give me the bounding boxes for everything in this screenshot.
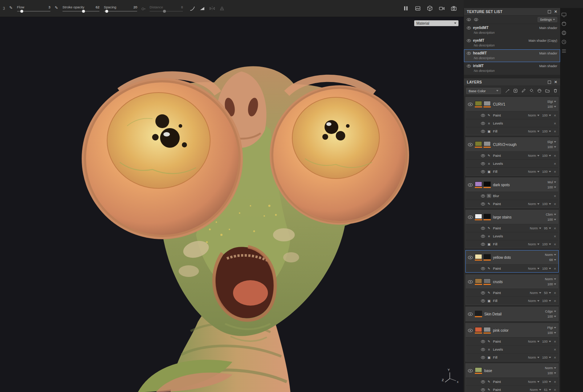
layer-effect-row[interactable]: ✎ Paint Norm 50 × xyxy=(466,289,558,297)
video-camera-icon[interactable] xyxy=(439,5,445,12)
layer-effect-row[interactable]: ✎ Paint Norm 61 × xyxy=(466,385,558,392)
blend-mode-dropdown[interactable]: Cbrn xyxy=(546,213,556,216)
visibility-icon[interactable] xyxy=(468,103,473,106)
layer-effect-row[interactable]: ✎ Paint Norm 95 × xyxy=(466,224,558,232)
effect-opacity-dropdown[interactable]: 100 xyxy=(542,202,551,206)
layer-row[interactable]: base Norm 100 xyxy=(466,364,558,377)
pause-icon[interactable] xyxy=(403,5,409,12)
layer-mask-thumbnail[interactable] xyxy=(484,278,491,285)
visibility-icon[interactable] xyxy=(481,267,485,270)
layer-effect-row[interactable]: ✎ Paint Norm 100 × xyxy=(466,264,558,272)
layer-effect-row[interactable]: ✎ Paint Norm 100 × xyxy=(466,111,558,119)
opacity-dropdown[interactable]: 100 xyxy=(547,315,556,318)
slider-track[interactable] xyxy=(62,11,99,12)
layer-row[interactable]: pink color Plgt 100 xyxy=(466,323,558,337)
close-icon[interactable]: × xyxy=(554,80,557,84)
pen-icon[interactable] xyxy=(521,88,526,93)
remove-effect-button[interactable]: × xyxy=(554,226,556,230)
layer-effect-row[interactable]: ✎ Paint Norm 100 × xyxy=(466,200,558,208)
opacity-dropdown[interactable]: 68 xyxy=(549,258,556,262)
texture-set-item[interactable]: irisMT Main shader No description xyxy=(464,62,560,75)
texture-set-item[interactable]: eyeMT Main shader (Copy) No description xyxy=(464,37,560,49)
layer-row[interactable]: dark spots Mul 100 xyxy=(466,178,558,192)
visibility-icon[interactable] xyxy=(468,329,473,332)
visibility-icon[interactable] xyxy=(481,122,485,125)
effect-opacity-dropdown[interactable]: 100 xyxy=(542,356,551,359)
visibility-icon[interactable] xyxy=(481,170,485,173)
remove-effect-button[interactable]: × xyxy=(554,122,556,125)
pen-icon[interactable]: ✎ xyxy=(9,5,13,10)
opacity-dropdown[interactable]: 100 xyxy=(547,185,556,189)
effect-opacity-dropdown[interactable]: 100 xyxy=(542,154,551,158)
falloff-curve-icon[interactable] xyxy=(189,5,196,12)
layer-content-thumbnail[interactable] xyxy=(475,278,482,285)
stamp-icon[interactable] xyxy=(513,88,518,93)
remove-effect-button[interactable]: × xyxy=(554,202,556,206)
effect-opacity-dropdown[interactable]: 100 xyxy=(542,130,551,133)
effect-opacity-dropdown[interactable]: 61 xyxy=(544,388,551,392)
axis-gizmo[interactable]: Y Z x xyxy=(441,369,458,385)
visibility-icon[interactable] xyxy=(468,313,473,316)
remove-effect-button[interactable]: × xyxy=(554,348,556,351)
effect-opacity-dropdown[interactable]: 100 xyxy=(542,267,551,270)
remove-effect-button[interactable]: × xyxy=(554,162,556,166)
viewport-3d[interactable]: Material Y Z x xyxy=(0,17,464,392)
effect-blend-dropdown[interactable]: Norm xyxy=(528,242,539,246)
shader-ball-icon[interactable] xyxy=(561,21,567,27)
texture-set-item[interactable]: headMT Main shader No description xyxy=(464,49,560,62)
visibility-icon[interactable] xyxy=(468,369,473,372)
layer-effect-row[interactable]: ✎ Paint Norm 100 × xyxy=(466,377,558,385)
float-panel-icon[interactable] xyxy=(548,81,551,84)
effect-opacity-dropdown[interactable]: 95 xyxy=(544,226,551,230)
texture-set-item[interactable]: eyelidMT Main shader No description xyxy=(464,24,560,37)
effect-opacity-dropdown[interactable]: 100 xyxy=(542,380,551,384)
visibility-icon[interactable] xyxy=(468,280,473,283)
layer-effect-row[interactable]: ≡ Levels × xyxy=(466,345,558,353)
visibility-icon[interactable] xyxy=(467,26,471,29)
layer-content-thumbnail[interactable] xyxy=(475,141,482,148)
opacity-dropdown[interactable]: 100 xyxy=(547,331,556,335)
visibility-icon[interactable] xyxy=(481,114,485,117)
visibility-icon[interactable] xyxy=(481,203,485,205)
layer-mask-thumbnail[interactable] xyxy=(484,327,491,334)
remove-effect-button[interactable]: × xyxy=(554,130,556,133)
slider-handle[interactable] xyxy=(105,10,108,13)
brush-slider-control[interactable]: Stroke opacity 62 xyxy=(62,5,99,12)
layer-mask-thumbnail[interactable] xyxy=(484,101,491,107)
layer-content-thumbnail[interactable] xyxy=(475,181,482,188)
layer-effect-row[interactable]: S Blur × xyxy=(466,192,558,200)
visibility-icon[interactable] xyxy=(481,340,485,343)
visibility-icon[interactable] xyxy=(468,216,473,219)
remove-effect-button[interactable]: × xyxy=(554,154,556,158)
layer-row[interactable]: yellow dots Norm 68 xyxy=(466,250,558,264)
folder-icon[interactable] xyxy=(545,88,550,93)
brush-slider-control[interactable]: Spacing 20 xyxy=(104,5,137,12)
visibility-icon[interactable] xyxy=(481,195,485,197)
slider-handle[interactable] xyxy=(163,10,166,13)
visibility-icon[interactable] xyxy=(481,235,485,238)
float-panel-icon[interactable] xyxy=(548,10,551,13)
blend-mode-dropdown[interactable]: Mul xyxy=(547,180,556,184)
remove-effect-button[interactable]: × xyxy=(554,299,556,303)
visibility-icon[interactable] xyxy=(467,39,471,42)
slider-track[interactable] xyxy=(150,11,183,12)
layer-effect-row[interactable]: ✎ Paint Norm 100 × xyxy=(466,337,558,345)
remove-effect-button[interactable]: × xyxy=(554,388,556,392)
visibility-icon[interactable] xyxy=(467,52,471,55)
opacity-dropdown[interactable]: 100 xyxy=(547,145,556,149)
layer-content-thumbnail[interactable] xyxy=(475,214,482,220)
visibility-icon[interactable] xyxy=(467,65,471,68)
visibility-icon[interactable] xyxy=(468,183,473,187)
visibility-icon[interactable] xyxy=(481,380,485,383)
remove-effect-button[interactable]: × xyxy=(554,234,556,238)
effect-opacity-dropdown[interactable]: 100 xyxy=(542,114,551,117)
trash-icon[interactable] xyxy=(553,88,558,93)
visibility-icon[interactable] xyxy=(481,356,485,359)
layer-mask-thumbnail[interactable] xyxy=(484,254,491,261)
opacity-dropdown[interactable]: 100 xyxy=(547,218,556,221)
effect-blend-dropdown[interactable]: Norm xyxy=(528,267,539,270)
history-icon[interactable] xyxy=(561,39,567,45)
remove-effect-button[interactable]: × xyxy=(554,340,556,343)
visibility-icon[interactable] xyxy=(467,18,471,21)
opacity-dropdown[interactable]: 100 xyxy=(547,371,556,375)
